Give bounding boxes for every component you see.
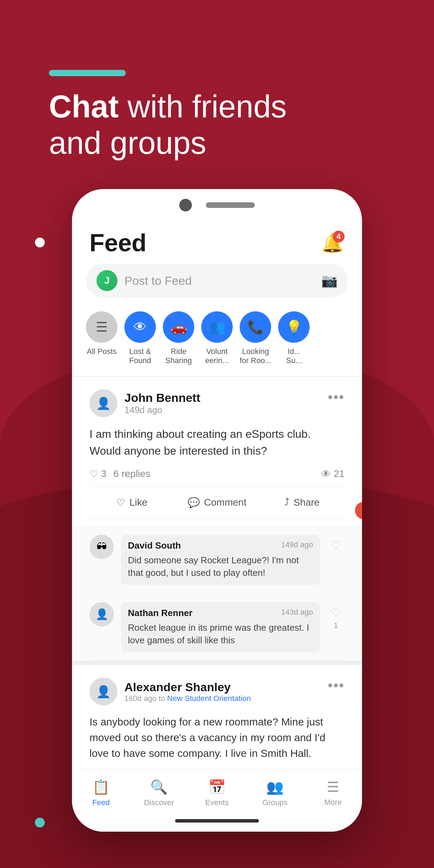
app-content: Feed 🔔 4 J Post to Feed 📷 ☰ All Posts	[72, 218, 362, 832]
post-avatar: J	[96, 270, 117, 291]
post-1-actions: ♡ Like 💬 Comment ⤴ Share	[89, 486, 345, 519]
share-label: Share	[294, 497, 320, 508]
roommate-label: Lookingfor Roo...	[240, 347, 271, 366]
eye-icon: 👁	[321, 468, 331, 480]
post-1-stats: ♡ 3 6 replies 👁 21	[89, 468, 345, 480]
ideas-icon: 💡	[278, 311, 310, 343]
comment-2-time: 143d ago	[281, 608, 313, 619]
post-1-header: 👤 John Bennett 149d ago •••	[89, 389, 345, 417]
category-lost-found[interactable]: 👁 Lost &Found	[121, 311, 159, 366]
more-nav-label: More	[324, 798, 342, 807]
post-to-feed-bar[interactable]: J Post to Feed 📷	[86, 264, 348, 297]
events-nav-label: Events	[205, 798, 229, 807]
post-1-more-button[interactable]: •••	[328, 389, 345, 405]
groups-nav-icon: 👥	[266, 779, 284, 795]
post-2-group-link[interactable]: New Student Orientation	[167, 694, 251, 703]
post-placeholder[interactable]: Post to Feed	[124, 274, 314, 288]
more-nav-icon: ☰	[327, 779, 339, 795]
bottom-nav: 📋 Feed 🔍 Discover 📅 Events 👥 Groups ☰	[72, 768, 362, 814]
volunteering-icon: 👥	[201, 311, 233, 343]
share-button[interactable]: ⤴ Share	[260, 493, 345, 513]
ideas-label: Id...Su...	[286, 347, 302, 366]
post-1-view-count: 21	[334, 468, 345, 479]
post-1-views-stat: 👁 21	[321, 468, 345, 480]
groups-nav-label: Groups	[262, 798, 288, 807]
comment-1-name: David South	[128, 540, 181, 551]
comment-2-like-button[interactable]: ♡ 1	[327, 602, 345, 652]
post-2-group-to: to	[159, 694, 167, 703]
comment-1: 🕶 David South 149d ago Did someone say R…	[89, 526, 345, 594]
post-2-user-meta: Alexander Shanley 160d ago to New Studen…	[124, 680, 251, 703]
nav-more[interactable]: ☰ More	[304, 775, 362, 811]
like-button[interactable]: ♡ Like	[89, 493, 174, 513]
category-ideas[interactable]: 💡 Id...Su...	[275, 311, 313, 366]
like-icon: ♡	[116, 497, 125, 508]
notification-bell-button[interactable]: 🔔 4	[320, 231, 345, 255]
teal-bar	[49, 70, 126, 76]
post-1-avatar: 👤	[89, 389, 117, 417]
post-2-avatar: 👤	[89, 678, 117, 706]
category-volunteering[interactable]: 👥 Volunteerin...	[198, 311, 236, 366]
comment-2: 👤 Nathan Renner 143d ago Rocket league i…	[89, 594, 345, 661]
ride-sharing-label: RideSharing	[165, 347, 192, 366]
comment-1-like-button[interactable]: ♡	[327, 535, 345, 585]
comment-label: Comment	[204, 497, 246, 508]
post-1-text: I am thinking about creating an eSports …	[89, 426, 345, 459]
post-2-text: Is anybody looking for a new roommate? M…	[89, 714, 345, 761]
camera-icon[interactable]: 📷	[321, 273, 338, 288]
comment-icon: 💬	[188, 497, 200, 508]
post-2-group: 160d ago to New Student Orientation	[124, 694, 251, 703]
feed-nav-icon: 📋	[92, 779, 110, 795]
feed-title: Feed	[89, 229, 146, 257]
post-card-2: 👤 Alexander Shanley 160d ago to New Stud…	[72, 661, 362, 768]
post-card-1: 👤 John Bennett 149d ago ••• I am thinkin…	[72, 377, 362, 519]
nav-events[interactable]: 📅 Events	[188, 775, 246, 811]
post-2-time: 160d ago	[124, 694, 157, 703]
comment-1-body: David South 149d ago Did someone say Roc…	[121, 535, 320, 585]
phone-camera	[179, 199, 192, 211]
notification-badge: 4	[333, 231, 345, 243]
post-2-header: 👤 Alexander Shanley 160d ago to New Stud…	[89, 678, 345, 706]
all-posts-label: All Posts	[87, 347, 117, 356]
discover-nav-icon: 🔍	[150, 779, 168, 795]
lost-found-label: Lost &Found	[129, 347, 151, 366]
nav-feed[interactable]: 📋 Feed	[72, 775, 130, 811]
post-1-reply-count: 6 replies	[114, 468, 151, 479]
comment-2-like-count: 1	[334, 621, 338, 630]
post-2-more-button[interactable]: •••	[328, 678, 345, 693]
post-1-user-meta: John Bennett 149d ago	[124, 391, 200, 415]
header-area: Chat with friendsand groups	[0, 0, 434, 161]
all-posts-icon: ☰	[86, 311, 117, 343]
categories-list: ☰ All Posts 👁 Lost &Found 🚗 RideSharing …	[72, 308, 362, 376]
share-icon: ⤴	[284, 497, 289, 508]
comment-1-text: Did someone say Rocket League?! I'm not …	[128, 554, 313, 579]
comment-button[interactable]: 💬 Comment	[174, 493, 259, 513]
phone-bottom-bar	[72, 814, 362, 832]
home-indicator	[175, 819, 259, 823]
phone-mockup: Feed 🔔 4 J Post to Feed 📷 ☰ All Posts	[72, 189, 362, 832]
lost-found-icon: 👁	[124, 311, 156, 343]
feed-header: Feed 🔔 4	[72, 218, 362, 264]
like-label: Like	[129, 497, 147, 508]
comment-1-time: 149d ago	[281, 540, 313, 551]
post-1-username: John Bennett	[124, 391, 200, 405]
events-nav-icon: 📅	[208, 779, 226, 795]
category-all-posts[interactable]: ☰ All Posts	[82, 311, 121, 366]
nav-groups[interactable]: 👥 Groups	[246, 775, 304, 811]
comment-1-header: David South 149d ago	[128, 540, 313, 551]
category-roommate[interactable]: 📞 Lookingfor Roo...	[236, 311, 275, 366]
heart-icon: ♡	[89, 468, 98, 480]
header-title-bold: Chat	[49, 89, 119, 124]
nav-discover[interactable]: 🔍 Discover	[130, 775, 188, 811]
category-ride-sharing[interactable]: 🚗 RideSharing	[159, 311, 198, 366]
feed-nav-label: Feed	[92, 798, 110, 807]
post-1-like-count: 3	[101, 468, 107, 479]
comment-2-text: Rocket league in its prime was the great…	[128, 621, 313, 647]
comment-2-body: Nathan Renner 143d ago Rocket league in …	[121, 602, 320, 652]
comment-2-name: Nathan Renner	[128, 608, 193, 619]
discover-nav-label: Discover	[144, 798, 174, 807]
post-1-replies-stat: 6 replies	[114, 468, 151, 479]
phone-speaker	[206, 202, 255, 208]
phone-container: Feed 🔔 4 J Post to Feed 📷 ☰ All Posts	[0, 189, 434, 832]
phone-top-bar	[72, 189, 362, 218]
